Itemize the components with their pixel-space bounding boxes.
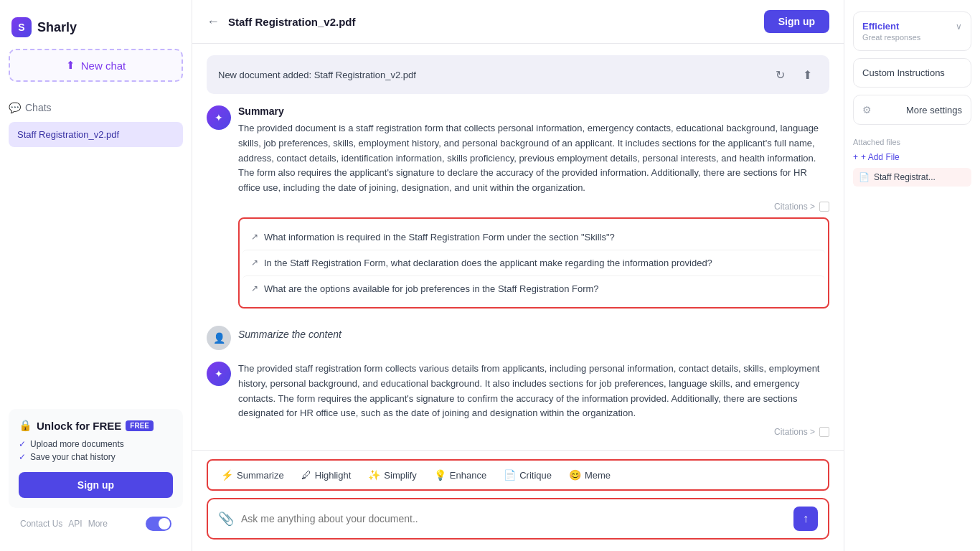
send-button[interactable]: ↑ xyxy=(793,507,818,531)
right-panel: Efficient ∨ Great responses Custom Instr… xyxy=(844,0,980,551)
arrow-icon-3: ↗ xyxy=(251,283,258,293)
chat-list-item[interactable]: Staff Registration_v2.pdf xyxy=(9,122,183,147)
user-message-text: Summarize the content xyxy=(238,326,341,343)
plus-icon: + xyxy=(853,152,858,162)
add-file-label: + Add File xyxy=(861,152,900,162)
more-settings-item[interactable]: ⚙ More settings xyxy=(853,95,971,125)
suggestion-item-3[interactable]: ↗ What are the options available for job… xyxy=(242,276,825,301)
ai-message-1: ✦ Summary The provided document is a sta… xyxy=(207,105,829,314)
ai-avatar-icon-2: ✦ xyxy=(215,368,223,380)
suggestion-text-1: What information is required in the Staf… xyxy=(264,232,615,242)
attached-files-section: Attached files + + Add File 📄 Staff Regi… xyxy=(853,138,971,187)
enhance-button[interactable]: 💡 Enhance xyxy=(427,465,494,485)
citations-checkbox-1[interactable] xyxy=(819,202,829,212)
sidebar: S Sharly ⬆ New chat 💬 Chats Staff Regist… xyxy=(0,0,192,551)
ai-message-content-1: Summary The provided document is a staff… xyxy=(238,105,829,314)
logo-icon: S xyxy=(11,17,32,37)
citations-checkbox-2[interactable] xyxy=(819,427,829,437)
summarize-label: Summarize xyxy=(237,470,284,481)
notification-text: New document added: Staff Registration_v… xyxy=(218,70,416,80)
efficient-subtitle: Great responses xyxy=(862,33,962,42)
file-name-1: Staff Registrat... xyxy=(874,172,936,182)
free-badge: FREE xyxy=(126,420,154,431)
meme-button[interactable]: 😊 Meme xyxy=(562,465,618,485)
custom-instructions-item[interactable]: Custom Instructions xyxy=(853,58,971,88)
chats-section: 💬 Chats xyxy=(0,93,192,119)
unlock-title: 🔒 Unlock for FREE FREE xyxy=(19,419,173,432)
contact-us-link[interactable]: Contact Us xyxy=(20,519,62,529)
custom-instructions-header: Custom Instructions xyxy=(862,67,962,78)
suggestion-text-2: In the Staff Registration Form, what dec… xyxy=(264,258,712,268)
document-title: Staff Registration_v2.pdf xyxy=(228,16,755,28)
chats-label: 💬 Chats xyxy=(9,99,183,116)
citations-row-2[interactable]: Citations > xyxy=(238,427,829,437)
sidebar-header: S Sharly ⬆ New chat xyxy=(0,0,192,93)
notification-bar: New document added: Staff Registration_v… xyxy=(207,55,829,94)
new-chat-label: New chat xyxy=(81,60,126,72)
main-area: ← Staff Registration_v2.pdf Sign up New … xyxy=(192,0,844,551)
efficient-title: Efficient xyxy=(862,21,899,32)
attached-files-title: Attached files xyxy=(853,138,971,146)
citations-row-1[interactable]: Citations > xyxy=(238,202,829,212)
back-button[interactable]: ← xyxy=(207,14,220,29)
share-button[interactable]: ⬆ xyxy=(796,64,818,85)
suggestions-box: ↗ What information is required in the St… xyxy=(238,217,829,309)
sign-up-button-header[interactable]: Sign up xyxy=(764,10,829,33)
critique-label: Critique xyxy=(519,470,552,481)
efficient-panel-header: Efficient ∨ xyxy=(862,21,962,32)
add-file-button[interactable]: + + Add File xyxy=(853,152,971,162)
chats-text: Chats xyxy=(25,102,52,113)
critique-icon: 📄 xyxy=(504,469,516,481)
arrow-icon-2: ↗ xyxy=(251,258,258,268)
file-item-1[interactable]: 📄 Staff Registrat... xyxy=(853,168,971,187)
meme-label: Meme xyxy=(585,470,611,481)
suggestion-item-2[interactable]: ↗ In the Staff Registration Form, what d… xyxy=(242,250,825,276)
message-title-1: Summary xyxy=(238,105,829,117)
new-chat-button[interactable]: ⬆ New chat xyxy=(9,49,183,82)
message-text-2: The provided staff registration form col… xyxy=(238,362,829,421)
ai-message-2: ✦ The provided staff registration form c… xyxy=(207,362,829,437)
check-icon-2: ✓ xyxy=(19,452,26,462)
arrow-icon-1: ↗ xyxy=(251,232,258,242)
main-header: ← Staff Registration_v2.pdf Sign up xyxy=(192,0,844,44)
ai-avatar-1: ✦ xyxy=(207,105,231,130)
bottom-area: ⚡ Summarize 🖊 Highlight ✨ Simplify 💡 Enh… xyxy=(192,450,844,551)
unlock-title-text: Unlock for FREE xyxy=(37,420,121,432)
unlock-item-1-text: Upload more documents xyxy=(30,439,124,449)
chat-input[interactable] xyxy=(241,513,786,524)
more-settings-header: ⚙ More settings xyxy=(862,104,962,116)
custom-instructions-title: Custom Instructions xyxy=(862,67,945,78)
user-message-row: 👤 Summarize the content xyxy=(207,326,829,350)
highlight-label: Highlight xyxy=(315,470,352,481)
theme-toggle[interactable] xyxy=(146,517,171,531)
logo-area: S Sharly xyxy=(9,11,183,49)
critique-button[interactable]: 📄 Critique xyxy=(496,465,559,485)
unlock-box: 🔒 Unlock for FREE FREE ✓ Upload more doc… xyxy=(9,409,183,508)
api-link[interactable]: API xyxy=(68,519,82,529)
highlight-icon: 🖊 xyxy=(301,469,311,481)
action-toolbar: ⚡ Summarize 🖊 Highlight ✨ Simplify 💡 Enh… xyxy=(207,459,829,491)
simplify-icon: ✨ xyxy=(368,469,380,481)
more-link[interactable]: More xyxy=(88,519,108,529)
simplify-label: Simplify xyxy=(384,470,417,481)
notification-icons: ↻ ⬆ xyxy=(769,64,818,85)
highlight-button[interactable]: 🖊 Highlight xyxy=(294,465,359,485)
suggestion-text-3: What are the options available for job p… xyxy=(264,283,599,294)
toggle-thumb xyxy=(159,518,170,529)
summarize-button[interactable]: ⚡ Summarize xyxy=(214,465,291,485)
app-name: Sharly xyxy=(37,20,77,35)
unlock-item-1: ✓ Upload more documents xyxy=(19,439,173,449)
lock-icon: 🔒 xyxy=(19,419,32,432)
summarize-icon: ⚡ xyxy=(221,469,233,481)
message-text-1: The provided document is a staff registr… xyxy=(238,121,829,196)
attach-button[interactable]: 📎 xyxy=(218,511,234,527)
chat-input-area: 📎 ↑ xyxy=(207,498,829,540)
suggestion-item-1[interactable]: ↗ What information is required in the St… xyxy=(242,225,825,250)
user-avatar-icon: 👤 xyxy=(213,332,225,344)
refresh-button[interactable]: ↻ xyxy=(769,64,791,85)
unlock-item-2: ✓ Save your chat history xyxy=(19,452,173,462)
efficient-panel-item[interactable]: Efficient ∨ Great responses xyxy=(853,11,971,51)
enhance-icon: 💡 xyxy=(434,469,446,481)
sign-up-button-sidebar[interactable]: Sign up xyxy=(19,472,173,498)
simplify-button[interactable]: ✨ Simplify xyxy=(361,465,424,485)
